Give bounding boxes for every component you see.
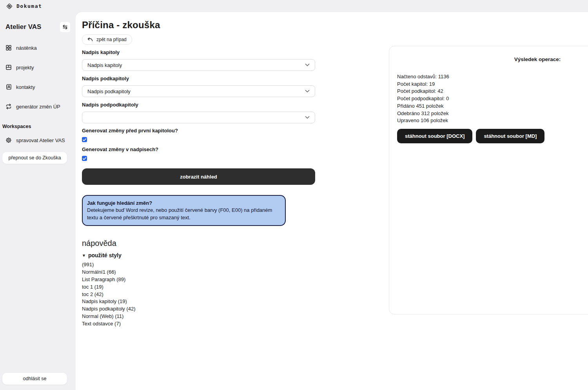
sidebar-item-projekty[interactable]: projekty bbox=[2, 60, 74, 74]
sidebar-item-label: kontakty bbox=[16, 84, 35, 90]
field-label-podkapitoly: Nadpis podkapitoly bbox=[82, 76, 315, 81]
sidebar-item-spravovat[interactable]: spravovat Atelier VAS bbox=[2, 133, 74, 147]
swap-horizontal-icon bbox=[62, 24, 68, 30]
check-icon bbox=[83, 138, 86, 141]
select-nadpis-podkapitoly[interactable]: Nadpis podkapitoly bbox=[82, 85, 315, 97]
main-content: Příčina - zkouška zpět na případ Nadpis … bbox=[76, 12, 588, 390]
select-nadpis-kapitoly[interactable]: Nadpis kapitoly bbox=[82, 59, 315, 71]
stat-line: Počet podkapitol: 42 bbox=[397, 88, 588, 95]
chevron-down-icon bbox=[305, 90, 310, 93]
sidebar: Atelier VAS nástěnka bbox=[0, 12, 76, 390]
info-box-title: Jak funguje hledání změn? bbox=[87, 200, 281, 207]
used-styles-toggle[interactable]: ▼ použité styly bbox=[82, 252, 315, 258]
app-logo-icon bbox=[6, 3, 13, 9]
used-styles-list: (991) Normální1 (66) List Paragraph (89)… bbox=[82, 261, 315, 327]
download-buttons: stáhnout soubor [DOCX] stáhnout soubor [… bbox=[397, 129, 588, 143]
style-list-item: toc 1 (19) bbox=[82, 283, 315, 291]
workspaces-section-label: Workspaces bbox=[2, 114, 74, 130]
sidebar-nav: nástěnka projekty kontakty bbox=[2, 41, 74, 114]
undo-arrow-icon bbox=[87, 37, 93, 42]
style-list-item: toc 2 (42) bbox=[82, 291, 315, 298]
show-preview-button[interactable]: zobrazit náhled bbox=[82, 168, 315, 185]
info-box-body: Detekujeme buď Word revize, nebo použití… bbox=[87, 207, 281, 221]
sidebar-item-label: spravovat Atelier VAS bbox=[16, 137, 65, 143]
result-panel-title: Výsledek operace: bbox=[397, 56, 588, 62]
sidebar-item-kontakty[interactable]: kontakty bbox=[2, 80, 74, 94]
style-list-item: Normální1 (66) bbox=[82, 269, 315, 276]
style-list-item: List Paragraph (89) bbox=[82, 276, 315, 283]
sidebar-item-label: projekty bbox=[16, 65, 34, 70]
style-list-item: Text odstavce (7) bbox=[82, 320, 315, 328]
change-generator-form: Nadpis kapitoly Nadpis kapitoly Nadpis p… bbox=[82, 49, 315, 328]
sidebar-item-label: generátor změn ÚP bbox=[16, 104, 60, 110]
field-label-kapitoly: Nadpis kapitoly bbox=[82, 49, 315, 55]
select-nadpis-podpodkapitoly[interactable] bbox=[82, 112, 315, 123]
style-list-item: (991) bbox=[82, 261, 315, 269]
logout-button[interactable]: odhlásit se bbox=[2, 372, 67, 385]
style-list-item: Normal (Web) (11) bbox=[82, 313, 315, 320]
info-box: Jak funguje hledání změn? Detekujeme buď… bbox=[82, 195, 286, 226]
checkbox-pred-kapitolou[interactable] bbox=[82, 137, 87, 142]
topbar: Dokumat bbox=[0, 0, 588, 12]
app-title: Dokumat bbox=[16, 3, 42, 9]
checkbox-label-pred-kapitolou: Generovat změny před první kapitolou? bbox=[82, 128, 315, 134]
checkbox-label-v-nadpisech: Generovat změny v nadpisech? bbox=[82, 146, 315, 152]
field-label-podpodkapitoly: Nadpis podpodkapitoly bbox=[82, 102, 315, 108]
back-button-label: zpět na případ bbox=[96, 37, 127, 42]
result-panel: Výsledek operace: Načteno odstavů: 1136 … bbox=[389, 46, 588, 314]
workspace-header: Atelier VAS bbox=[2, 12, 74, 32]
download-docx-button[interactable]: stáhnout soubor [DOCX] bbox=[397, 129, 472, 143]
stat-line: Počet kapitol: 19 bbox=[397, 81, 588, 88]
stat-line: Přidáno 451 položek bbox=[397, 103, 588, 110]
select-value: Nadpis podkapitoly bbox=[87, 88, 131, 94]
checkbox-v-nadpisech[interactable] bbox=[82, 156, 87, 161]
chevron-down-icon bbox=[305, 63, 310, 67]
stat-line: Načteno odstavů: 1136 bbox=[397, 73, 588, 81]
style-list-item: Nadpis podkapitoly (42) bbox=[82, 305, 315, 313]
triangle-down-icon: ▼ bbox=[82, 253, 86, 258]
contacts-book-icon bbox=[5, 84, 12, 90]
kanban-icon bbox=[5, 64, 12, 70]
used-styles-label: použité styly bbox=[88, 252, 122, 258]
select-value: Nadpis kapitoly bbox=[87, 62, 122, 68]
stat-line: Upraveno 106 položek bbox=[397, 117, 588, 125]
stat-line: Počet podpodkapitol: 0 bbox=[397, 95, 588, 103]
workspace-name: Atelier VAS bbox=[5, 23, 41, 31]
sidebar-collapse-button[interactable] bbox=[60, 22, 70, 32]
sidebar-item-generator-zmen[interactable]: generátor změn ÚP bbox=[2, 99, 74, 114]
stat-line: Odebráno 312 položek bbox=[397, 110, 588, 117]
dashboard-icon bbox=[5, 45, 12, 51]
check-icon bbox=[83, 157, 86, 160]
back-to-case-button[interactable]: zpět na případ bbox=[82, 34, 132, 45]
switch-workspace-button[interactable]: přepnout se do Zkouška bbox=[2, 152, 67, 164]
sidebar-item-nastenka[interactable]: nástěnka bbox=[2, 41, 74, 55]
help-heading: nápověda bbox=[82, 239, 315, 248]
page-title: Příčina - zkouška bbox=[82, 20, 588, 31]
download-md-button[interactable]: stáhnout soubor [MD] bbox=[476, 129, 544, 143]
gear-icon bbox=[5, 137, 12, 143]
repeat-icon bbox=[5, 103, 12, 110]
result-stats: Načteno odstavů: 1136 Počet kapitol: 19 … bbox=[397, 73, 588, 125]
style-list-item: Nadpis kapitoly (19) bbox=[82, 298, 315, 305]
chevron-down-icon bbox=[305, 116, 310, 119]
sidebar-item-label: nástěnka bbox=[16, 45, 37, 51]
